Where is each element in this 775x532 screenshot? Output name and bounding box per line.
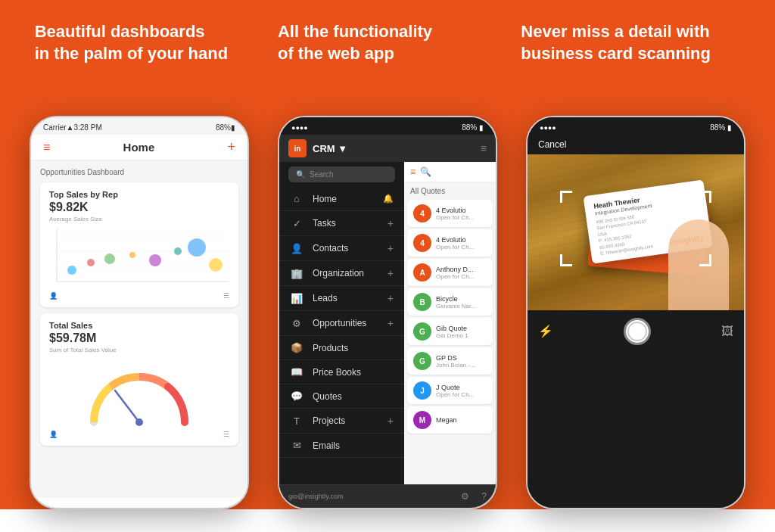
all-quotes-title: All Quotes [404,182,496,198]
tasks-plus[interactable]: + [388,217,394,229]
shutter-inner [627,322,647,341]
shutter-button[interactable] [624,318,651,345]
flash-off-icon[interactable]: ⚡ [538,324,553,338]
top-sales-sub: Average Sales Size [49,216,229,222]
phone2-statusbar: ●●●● 88% ▮ [279,117,496,135]
quote-item-j[interactable]: J J Quote Open for Ch... [407,377,493,404]
bottom-email: gio@insightly.com [288,493,453,500]
bottom-strip [0,509,775,532]
projects-icon: T [290,415,303,427]
camera-area: insig Heath Thewier Integration Developm… [528,154,744,310]
quote-item-gib[interactable]: G Gib Quote Gib Demo 1 [407,318,493,345]
svg-point-11 [188,238,206,257]
time-label: 3:28 PM [73,123,101,132]
phones-row: Carrier ▲ 3:28 PM 88% ▮ ≡ Home + Opportu… [0,91,775,509]
col2-title: All the functionality of the web app [278,21,497,64]
quote-item-gp[interactable]: G GP DS John Bolan -... [407,347,493,375]
menu-item-organization[interactable]: 🏢 Organization + [279,261,404,286]
pricebooks-icon: 📖 [290,366,303,378]
chart-footer: 👤 ☰ [49,292,229,300]
p2-battery: 88% ▮ [462,123,484,132]
r-hamburger-icon[interactable]: ≡ [410,166,416,177]
phone2-menu: 🔍 Search ⌂ Home 🔔 ✓ Tasks + 👤 Contacts [279,162,404,508]
phone1-body: Opportunities Dashboard Top Sales by Rep… [31,160,247,498]
quote-text-gp: GP DS John Bolan -... [436,354,475,369]
opps-plus[interactable]: + [388,317,394,329]
top-header: Beautiful dashboards in the palm of your… [0,0,775,91]
org-plus[interactable]: + [388,267,394,279]
person-icon: 👤 [49,292,58,300]
menu-item-pricebooks[interactable]: 📖 Price Books [279,360,404,384]
leads-icon: 📊 [290,293,303,304]
org-icon: 🏢 [290,268,303,279]
menu-item-emails[interactable]: ✉ Emails [279,434,404,458]
col1-title: Beautiful dashboards in the palm of your… [35,21,254,64]
p2-signal: ●●●● [291,124,308,132]
corner-bl [560,254,572,266]
menu-item-products[interactable]: 📦 Products [279,336,404,360]
svg-point-6 [87,259,95,266]
contacts-icon: 👤 [290,243,303,254]
bell-icon[interactable]: 🔔 [383,194,394,204]
col3-header: Never miss a detail with business card s… [513,21,748,64]
total-sales-sub: Sum of Total Sales Value [49,347,229,353]
r-search-icon[interactable]: 🔍 [420,166,431,177]
menu-item-quotes[interactable]: 💬 Quotes [279,384,404,409]
help-icon[interactable]: ? [481,491,487,502]
add-icon[interactable]: + [227,139,235,155]
menu-item-contacts[interactable]: 👤 Contacts + [279,236,404,261]
phone1-nav-title: Home [123,141,155,154]
total-sales-value: $59.78M [49,331,229,345]
search-bar[interactable]: 🔍 Search [288,166,395,182]
svg-point-9 [149,254,161,266]
quote-item-megan[interactable]: M Megan [407,406,493,434]
photo-library-icon[interactable]: 🖼 [721,325,733,338]
quote-avatar-gib: G [413,322,431,341]
p2-hamburger[interactable]: ≡ [481,142,487,154]
phone3-scanner: ●●●● 88% ▮ Cancel insig Heath Thewier In… [526,116,745,509]
phone2-right-panel: ≡ 🔍 All Quotes 4 4 Evolutio Open for Ch.… [404,162,496,508]
search-placeholder: Search [310,170,334,179]
quote-item-2[interactable]: 4 4 Evolutio Open for Ch... [407,229,493,257]
menu-item-home[interactable]: ⌂ Home 🔔 [279,187,404,211]
crm-label[interactable]: CRM ▼ [313,143,347,154]
quote-item-bicycle[interactable]: B Bicycle Giovanni Nar... [407,288,493,316]
cancel-button[interactable]: Cancel [538,139,566,150]
phone2-topbar: in CRM ▼ ≡ [279,135,496,162]
opportunities-label: Opportunities Dashboard [40,168,238,176]
quote-text-2: 4 Evolutio Open for Ch... [436,236,474,250]
phone3-controls: ⚡ 🖼 [528,310,744,353]
quote-avatar-bicycle: B [413,293,431,311]
tasks-icon: ✓ [290,218,303,229]
menu-item-projects[interactable]: T Projects + [279,409,404,434]
quote-text-bicycle: Bicycle Giovanni Nar... [436,295,476,310]
svg-point-10 [174,247,182,255]
total-sales-card: Total Sales $59.78M Sum of Total Sales V… [40,313,238,446]
insightly-logo: in [288,139,307,157]
phone3-statusbar: ●●●● 88% ▮ [528,117,744,135]
phone1-navbar: ≡ Home + [31,135,247,160]
gear-icon[interactable]: ⚙ [461,491,469,502]
leads-plus[interactable]: + [388,292,394,304]
col3-title: Never miss a detail with business card s… [521,21,740,64]
quote-text-1: 4 Evolutio Open for Ch... [436,207,474,221]
contacts-plus[interactable]: + [388,242,394,254]
gauge-svg [79,362,200,426]
carrier-label: Carrier [43,123,67,132]
quote-item-1[interactable]: 4 4 Evolutio Open for Ch... [407,200,493,227]
phone2-right-header: ≡ 🔍 [404,162,496,182]
corner-tl [560,191,572,203]
top-sales-card: Top Sales by Rep $9.82K Average Sales Si… [40,182,238,307]
quote-text-megan: Megan [436,416,457,424]
hamburger-icon[interactable]: ≡ [43,141,50,154]
menu-item-leads[interactable]: 📊 Leads + [279,286,404,311]
svg-line-13 [115,390,139,422]
svg-point-14 [135,418,143,426]
projects-plus[interactable]: + [388,415,394,427]
quote-item-3[interactable]: A Anthony D... Open for Ch... [407,259,493,286]
quote-avatar-1: 4 [413,204,431,222]
quote-text-3: Anthony D... Open for Ch... [436,266,474,280]
gauge-chart [49,359,229,428]
menu-item-tasks[interactable]: ✓ Tasks + [279,211,404,236]
menu-item-opportunities[interactable]: ⚙ Opportunities + [279,311,404,336]
